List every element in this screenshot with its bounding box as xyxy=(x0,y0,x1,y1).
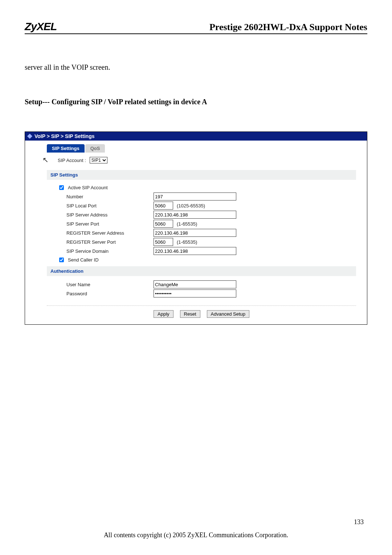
breadcrumb: VoIP > SIP > SIP Settings xyxy=(25,132,367,141)
password-input[interactable] xyxy=(154,289,236,297)
footer-copyright: All contents copyright (c) 2005 ZyXEL Co… xyxy=(0,531,392,539)
sip-account-label: SIP Account : xyxy=(58,158,86,163)
document-page: ZyXEL Prestige 2602HWL-DxA Support Notes… xyxy=(0,0,392,555)
sip-server-address-label: SIP Server Address xyxy=(66,212,154,218)
page-number: 133 xyxy=(354,518,364,526)
config-screenshot: VoIP > SIP > SIP Settings SIP Settings Q… xyxy=(25,131,367,325)
tab-sip-settings[interactable]: SIP Settings xyxy=(47,144,85,153)
number-label: Number xyxy=(66,194,154,199)
sip-settings-fields: Active SIP Account Number SIP Local Port… xyxy=(58,184,356,263)
username-input[interactable] xyxy=(154,280,236,288)
register-server-port-label: REGISTER Server Port xyxy=(66,239,154,245)
intro-text: server all in the VOIP screen. xyxy=(25,63,367,72)
sip-local-port-label: SIP Local Port xyxy=(66,203,154,208)
active-sip-label: Active SIP Account xyxy=(68,185,108,190)
group-authentication-header: Authentication xyxy=(47,266,356,276)
diamond-icon xyxy=(27,134,32,139)
apply-button[interactable]: Apply xyxy=(154,310,173,318)
sip-service-domain-label: SIP Service Domain xyxy=(66,248,154,254)
zyxel-logo: ZyXEL xyxy=(25,20,57,33)
tabs: SIP Settings QoS xyxy=(47,144,356,153)
sip-server-address-input[interactable] xyxy=(154,211,236,219)
sip-service-domain-input[interactable] xyxy=(154,247,236,255)
doc-title: Prestige 2602HWL-DxA Support Notes xyxy=(209,22,367,33)
register-server-address-label: REGISTER Server Address xyxy=(66,230,154,236)
sip-local-port-input[interactable] xyxy=(154,202,173,210)
password-label: Password xyxy=(66,291,154,296)
tab-qos[interactable]: QoS xyxy=(85,144,105,153)
register-server-port-range: (1-65535) xyxy=(177,239,197,245)
config-body: SIP Settings QoS ↖ SIP Account : SIP1 SI… xyxy=(25,141,367,324)
section-heading: Setup--- Configuring SIP / VoIP related … xyxy=(25,98,367,106)
sip-account-select[interactable]: SIP1 xyxy=(90,157,107,163)
button-row: Apply Reset Advanced Setup xyxy=(47,305,356,318)
breadcrumb-text: VoIP > SIP > SIP Settings xyxy=(34,133,94,139)
authentication-fields: User Name Password xyxy=(58,280,356,297)
sip-account-row: ↖ SIP Account : SIP1 xyxy=(58,157,356,163)
sip-server-port-range: (1-65535) xyxy=(177,221,197,227)
number-input[interactable] xyxy=(154,193,236,200)
active-sip-checkbox[interactable] xyxy=(59,185,64,190)
send-caller-id-label: Send Caller ID xyxy=(68,257,99,263)
sip-server-port-label: SIP Server Port xyxy=(66,221,154,227)
register-server-port-input[interactable] xyxy=(154,238,173,246)
mouse-cursor-icon: ↖ xyxy=(42,156,49,163)
send-caller-id-checkbox[interactable] xyxy=(59,258,64,262)
sip-local-port-range: (1025-65535) xyxy=(177,203,205,208)
sip-server-port-input[interactable] xyxy=(154,220,173,228)
group-sip-settings-header: SIP Settings xyxy=(47,170,356,180)
username-label: User Name xyxy=(66,282,154,287)
reset-button[interactable]: Reset xyxy=(180,310,200,318)
doc-header: ZyXEL Prestige 2602HWL-DxA Support Notes xyxy=(25,20,367,34)
register-server-address-input[interactable] xyxy=(154,229,236,237)
advanced-setup-button[interactable]: Advanced Setup xyxy=(207,310,249,318)
